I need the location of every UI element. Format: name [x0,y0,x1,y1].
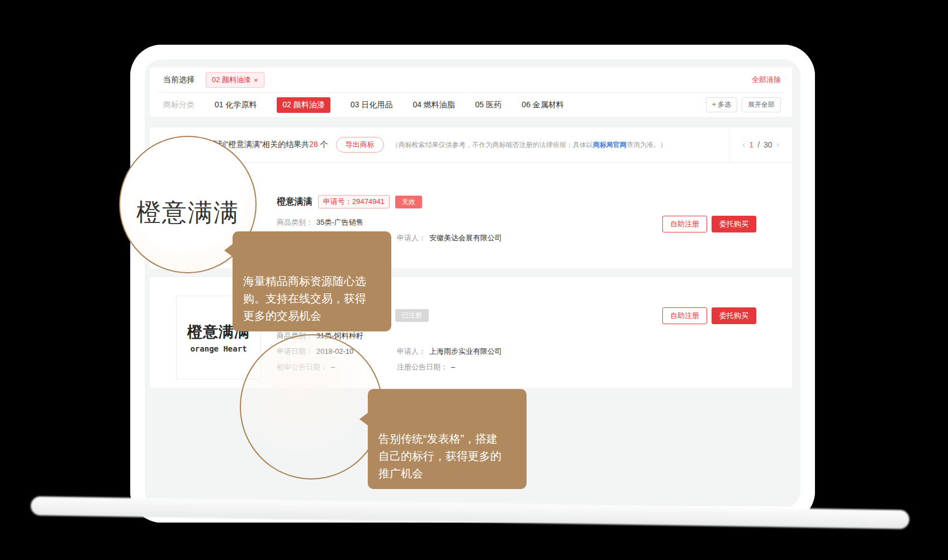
trademark-office-link[interactable]: 商标局官网 [593,141,627,149]
clear-all-link[interactable]: 全部清除 [752,75,781,85]
tooltip-arrow-left-icon [224,244,233,257]
expand-all-button[interactable]: 展开全部 [742,97,781,112]
category-row: 商标分类 01 化学原料 02 颜料油漆 03 日化用品 04 燃料油脂 05 … [150,93,792,117]
category-item-03[interactable]: 03 日化用品 [350,100,392,110]
current-selection-label: 当前选择 [163,75,195,85]
stage: 当前选择 02 颜料油漆 × 全部清除 商标分类 01 化学原料 02 颜料油漆… [0,0,948,560]
category-field: 商品类别：31类-饲料种籽 [277,331,363,341]
first-publication-field: 初审公告日期：– [277,362,397,372]
selected-category-tag[interactable]: 02 颜料油漆 × [206,72,264,88]
tooltip-marketplace: 海量精品商标资源随心选 购。支持在线交易，获得 更多的交易机会 [233,231,391,331]
tooltip-arrow-left-icon [359,412,368,426]
category-field: 商品类别：35类-广告销售 [277,217,363,227]
results-header: 当前分类下检索到“橙意满满”相关的结果共28 个 导出商标 （商标检索结果仅供参… [150,127,792,163]
status-badge-invalid: 无效 [395,196,422,208]
filter-card: 当前选择 02 颜料油漆 × 全部清除 商标分类 01 化学原料 02 颜料油漆… [150,68,792,117]
status-badge-registered: 已注册 [395,309,429,322]
next-page-icon[interactable]: › [776,140,779,150]
category-item-06[interactable]: 06 金属材料 [522,100,563,110]
self-register-button[interactable]: 自助注册 [662,307,707,324]
page-separator: / [757,140,760,149]
category-item-01[interactable]: 01 化学原料 [215,100,257,110]
prev-page-icon[interactable]: ‹ [742,140,745,150]
entrust-purchase-button[interactable]: 委托购买 [712,307,756,324]
application-number-badge: 申请号：29474941 [318,195,390,208]
current-selection-row: 当前选择 02 颜料油漆 × 全部清除 [150,68,792,92]
applicant-field: 申请人：上海雨步实业有限公司 [397,347,502,357]
disclaimer-text: （商标检索结果仅供参考，不作为商标能否注册的法律依据；具体以商标局官网查询为准。… [392,140,667,150]
category-label: 商标分类 [163,100,195,110]
trademark-name: 橙意满满 [277,196,312,208]
multi-select-button[interactable]: + 多选 [706,97,737,112]
selected-category-tag-label: 02 颜料油漆 [212,75,251,85]
results-count: 28 [309,140,318,149]
tooltip-promotion: 告别传统“发表格”，搭建 自己的标行，获得更多的 推广机会 [368,389,527,489]
category-item-02-selected[interactable]: 02 颜料油漆 [277,97,330,113]
total-pages: 30 [764,140,772,149]
self-register-button[interactable]: 自助注册 [662,216,707,232]
apply-date-field: 申请日期：2018-02-10 [277,347,397,357]
registration-publication-field: 注册公告日期：– [397,362,455,372]
applicant-field: 申请人：安徽美达会展有限公司 [397,233,502,243]
pagination: ‹ 1 / 30 › [729,127,792,162]
category-list: 01 化学原料 02 颜料油漆 03 日化用品 04 燃料油脂 05 医药 06… [215,97,564,113]
magnified-trademark-text: 橙意满满 [120,196,255,229]
category-item-05[interactable]: 05 医药 [475,100,501,110]
remove-tag-icon[interactable]: × [254,76,258,84]
export-trademark-button[interactable]: 导出商标 [336,137,384,153]
entrust-purchase-button[interactable]: 委托购买 [712,216,756,232]
trademark-logo-en-text: orange Heart [190,344,247,353]
category-item-04[interactable]: 04 燃料油脂 [413,100,454,110]
current-page: 1 [749,140,753,149]
